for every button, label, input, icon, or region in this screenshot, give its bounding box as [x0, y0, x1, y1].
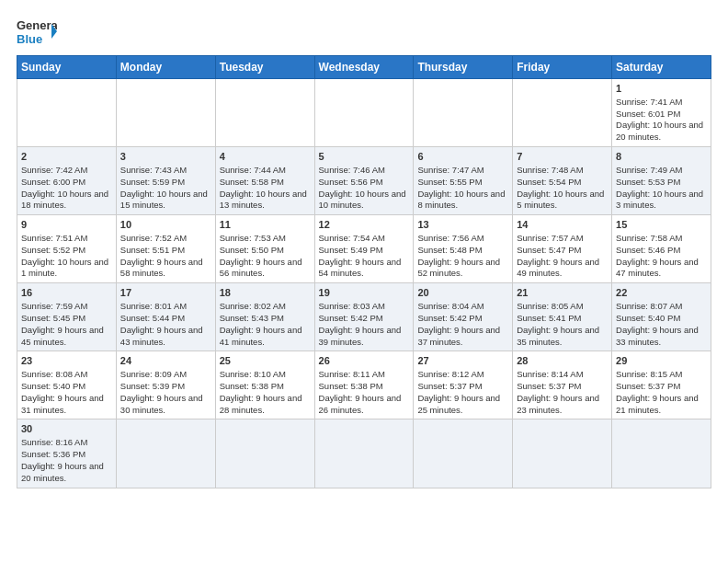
day-number: 12 — [319, 218, 410, 232]
calendar-day-13: 13Sunrise: 7:56 AM Sunset: 5:48 PM Dayli… — [414, 215, 513, 283]
day-info: Sunrise: 7:54 AM Sunset: 5:49 PM Dayligh… — [319, 233, 402, 278]
calendar-day-7: 7Sunrise: 7:48 AM Sunset: 5:54 PM Daylig… — [513, 147, 612, 215]
day-number: 18 — [220, 286, 311, 300]
weekday-header-tuesday: Tuesday — [215, 56, 314, 79]
day-info: Sunrise: 7:48 AM Sunset: 5:54 PM Dayligh… — [517, 165, 604, 210]
day-number: 16 — [21, 286, 112, 300]
day-info: Sunrise: 8:07 AM Sunset: 5:40 PM Dayligh… — [616, 301, 699, 346]
day-info: Sunrise: 7:53 AM Sunset: 5:50 PM Dayligh… — [220, 233, 302, 278]
day-number: 15 — [616, 218, 707, 232]
day-info: Sunrise: 8:10 AM Sunset: 5:38 PM Dayligh… — [220, 369, 302, 414]
day-info: Sunrise: 8:15 AM Sunset: 5:37 PM Dayligh… — [616, 369, 699, 414]
day-info: Sunrise: 7:59 AM Sunset: 5:45 PM Dayligh… — [21, 301, 104, 346]
calendar-day-26: 26Sunrise: 8:11 AM Sunset: 5:38 PM Dayli… — [314, 351, 414, 419]
day-number: 20 — [417, 286, 508, 300]
day-number: 23 — [21, 354, 112, 368]
day-info: Sunrise: 8:05 AM Sunset: 5:41 PM Dayligh… — [517, 301, 599, 346]
calendar-day-28: 28Sunrise: 8:14 AM Sunset: 5:37 PM Dayli… — [513, 351, 612, 419]
weekday-header-wednesday: Wednesday — [314, 56, 414, 79]
calendar-day-30: 30Sunrise: 8:16 AM Sunset: 5:36 PM Dayli… — [17, 419, 117, 488]
day-info: Sunrise: 7:44 AM Sunset: 5:58 PM Dayligh… — [220, 165, 307, 210]
calendar-day-21: 21Sunrise: 8:05 AM Sunset: 5:41 PM Dayli… — [513, 283, 612, 351]
day-number: 19 — [319, 286, 410, 300]
day-info: Sunrise: 7:47 AM Sunset: 5:55 PM Dayligh… — [417, 165, 505, 210]
day-info: Sunrise: 7:52 AM Sunset: 5:51 PM Dayligh… — [120, 233, 203, 278]
day-number: 6 — [417, 150, 508, 164]
day-number: 9 — [21, 218, 112, 232]
calendar-day-10: 10Sunrise: 7:52 AM Sunset: 5:51 PM Dayli… — [116, 215, 215, 283]
header: General Blue — [17, 17, 711, 46]
day-info: Sunrise: 8:12 AM Sunset: 5:37 PM Dayligh… — [417, 369, 500, 414]
day-info: Sunrise: 7:51 AM Sunset: 5:52 PM Dayligh… — [21, 233, 108, 278]
day-number: 11 — [220, 218, 311, 232]
calendar-day-11: 11Sunrise: 7:53 AM Sunset: 5:50 PM Dayli… — [215, 215, 314, 283]
day-number: 1 — [616, 82, 707, 96]
calendar-day-8: 8Sunrise: 7:49 AM Sunset: 5:53 PM Daylig… — [612, 147, 711, 215]
day-number: 7 — [517, 150, 608, 164]
weekday-header-sunday: Sunday — [17, 56, 117, 79]
day-info: Sunrise: 7:46 AM Sunset: 5:56 PM Dayligh… — [319, 165, 406, 210]
day-number: 30 — [21, 422, 112, 436]
calendar-day-25: 25Sunrise: 8:10 AM Sunset: 5:38 PM Dayli… — [215, 351, 314, 419]
day-info: Sunrise: 8:09 AM Sunset: 5:39 PM Dayligh… — [120, 369, 203, 414]
calendar-week-row: 1Sunrise: 7:41 AM Sunset: 6:01 PM Daylig… — [17, 79, 711, 147]
calendar-week-row: 23Sunrise: 8:08 AM Sunset: 5:40 PM Dayli… — [17, 351, 711, 419]
day-number: 24 — [120, 354, 211, 368]
day-number: 4 — [220, 150, 311, 164]
day-info: Sunrise: 7:41 AM Sunset: 6:01 PM Dayligh… — [616, 97, 703, 142]
calendar-empty-cell — [513, 79, 612, 147]
day-info: Sunrise: 7:57 AM Sunset: 5:47 PM Dayligh… — [517, 233, 599, 278]
svg-text:General: General — [17, 18, 57, 32]
day-info: Sunrise: 7:49 AM Sunset: 5:53 PM Dayligh… — [616, 165, 703, 210]
logo: General Blue — [17, 17, 57, 46]
weekday-header-thursday: Thursday — [414, 56, 513, 79]
calendar-day-23: 23Sunrise: 8:08 AM Sunset: 5:40 PM Dayli… — [17, 351, 117, 419]
calendar-day-27: 27Sunrise: 8:12 AM Sunset: 5:37 PM Dayli… — [414, 351, 513, 419]
calendar-empty-cell — [116, 419, 215, 488]
day-info: Sunrise: 8:11 AM Sunset: 5:38 PM Dayligh… — [319, 369, 402, 414]
page: General Blue SundayMondayTuesdayWednesda… — [0, 0, 728, 563]
calendar-day-19: 19Sunrise: 8:03 AM Sunset: 5:42 PM Dayli… — [314, 283, 414, 351]
day-number: 28 — [517, 354, 608, 368]
logo-svg: General Blue — [17, 17, 57, 46]
day-info: Sunrise: 8:02 AM Sunset: 5:43 PM Dayligh… — [220, 301, 302, 346]
svg-text:Blue: Blue — [17, 32, 42, 46]
calendar-day-22: 22Sunrise: 8:07 AM Sunset: 5:40 PM Dayli… — [612, 283, 711, 351]
day-number: 17 — [120, 286, 211, 300]
day-info: Sunrise: 7:43 AM Sunset: 5:59 PM Dayligh… — [120, 165, 208, 210]
calendar-week-row: 9Sunrise: 7:51 AM Sunset: 5:52 PM Daylig… — [17, 215, 711, 283]
calendar-empty-cell — [116, 79, 215, 147]
weekday-header-friday: Friday — [513, 56, 612, 79]
day-number: 2 — [21, 150, 112, 164]
calendar-empty-cell — [513, 419, 612, 488]
day-number: 21 — [517, 286, 608, 300]
calendar-day-4: 4Sunrise: 7:44 AM Sunset: 5:58 PM Daylig… — [215, 147, 314, 215]
calendar-day-1: 1Sunrise: 7:41 AM Sunset: 6:01 PM Daylig… — [612, 79, 711, 147]
calendar-table: SundayMondayTuesdayWednesdayThursdayFrid… — [17, 55, 711, 488]
calendar-empty-cell — [17, 79, 117, 147]
calendar-day-18: 18Sunrise: 8:02 AM Sunset: 5:43 PM Dayli… — [215, 283, 314, 351]
day-info: Sunrise: 8:04 AM Sunset: 5:42 PM Dayligh… — [417, 301, 500, 346]
day-info: Sunrise: 8:16 AM Sunset: 5:36 PM Dayligh… — [21, 437, 104, 482]
calendar-empty-cell — [414, 79, 513, 147]
calendar-empty-cell — [215, 79, 314, 147]
day-info: Sunrise: 7:42 AM Sunset: 6:00 PM Dayligh… — [21, 165, 108, 210]
calendar-empty-cell — [314, 419, 414, 488]
day-number: 3 — [120, 150, 211, 164]
day-number: 26 — [319, 354, 410, 368]
calendar-empty-cell — [215, 419, 314, 488]
day-info: Sunrise: 8:03 AM Sunset: 5:42 PM Dayligh… — [319, 301, 402, 346]
calendar-empty-cell — [414, 419, 513, 488]
day-number: 29 — [616, 354, 707, 368]
day-number: 8 — [616, 150, 707, 164]
day-number: 25 — [220, 354, 311, 368]
calendar-day-29: 29Sunrise: 8:15 AM Sunset: 5:37 PM Dayli… — [612, 351, 711, 419]
day-number: 13 — [417, 218, 508, 232]
calendar-week-row: 30Sunrise: 8:16 AM Sunset: 5:36 PM Dayli… — [17, 419, 711, 488]
calendar-day-24: 24Sunrise: 8:09 AM Sunset: 5:39 PM Dayli… — [116, 351, 215, 419]
calendar-empty-cell — [612, 419, 711, 488]
day-number: 5 — [319, 150, 410, 164]
calendar-day-3: 3Sunrise: 7:43 AM Sunset: 5:59 PM Daylig… — [116, 147, 215, 215]
day-number: 22 — [616, 286, 707, 300]
calendar-header-row: SundayMondayTuesdayWednesdayThursdayFrid… — [17, 56, 711, 79]
